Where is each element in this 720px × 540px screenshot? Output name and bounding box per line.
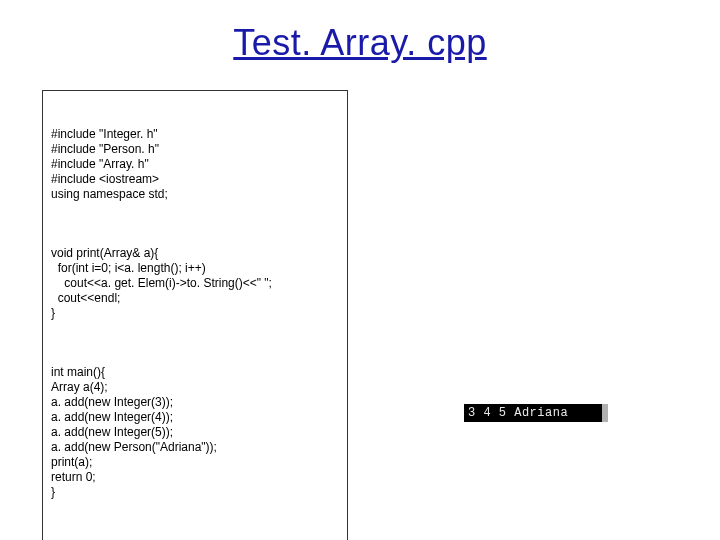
program-output: 3 4 5 Adriana bbox=[464, 404, 608, 422]
code-block-main-fn: int main(){ Array a(4); a. add(new Integ… bbox=[51, 365, 339, 500]
page-title: Test. Array. cpp bbox=[0, 22, 720, 64]
code-block-includes: #include "Integer. h" #include "Person. … bbox=[51, 127, 339, 202]
slide: Test. Array. cpp #include "Integer. h" #… bbox=[0, 0, 720, 540]
code-listing: #include "Integer. h" #include "Person. … bbox=[42, 90, 348, 540]
code-block-print-fn: void print(Array& a){ for(int i=0; i<a. … bbox=[51, 246, 339, 321]
